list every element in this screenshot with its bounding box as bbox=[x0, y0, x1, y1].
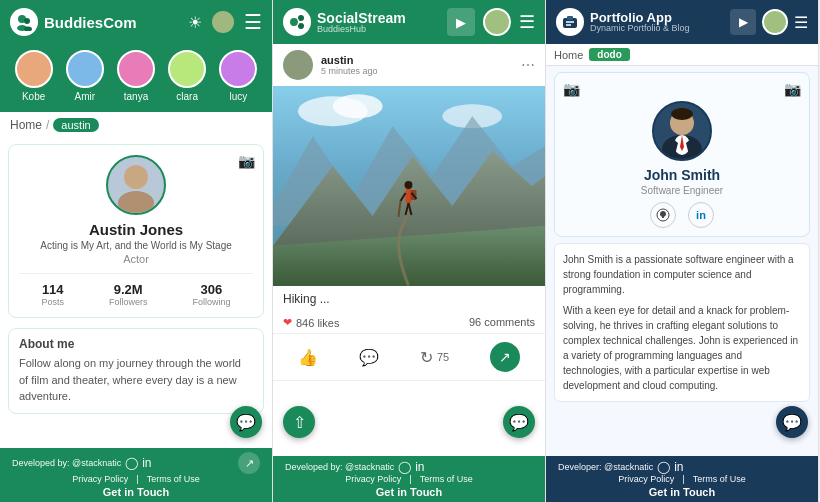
github-icon[interactable]: ◯ bbox=[398, 460, 411, 474]
portfolio-menu-icon[interactable]: ☰ bbox=[794, 13, 808, 32]
socialstream-header-right: ▶ ☰ bbox=[447, 8, 535, 36]
profile-avatar-svg bbox=[108, 157, 164, 213]
retweet-action[interactable]: ↻ 75 bbox=[420, 342, 449, 372]
footer-links: Privacy Policy | Terms of Use bbox=[8, 474, 264, 484]
portfolio-logo[interactable]: Portfolio App Dynamic Portfolio & Blog bbox=[556, 8, 690, 36]
breadcrumb: Home / austin bbox=[0, 112, 272, 138]
svg-point-13 bbox=[333, 94, 383, 118]
post-author-name: austin bbox=[321, 54, 513, 66]
avatar-lucy bbox=[219, 50, 257, 88]
linkedin-icon[interactable]: in bbox=[142, 456, 151, 470]
socialstream-logo-icon bbox=[283, 8, 311, 36]
avatar-item-lucy[interactable]: lucy bbox=[219, 50, 257, 102]
scroll-up-button[interactable]: ⇧ bbox=[283, 406, 315, 438]
github-icon[interactable]: ◯ bbox=[125, 456, 138, 470]
stat-following-label: Following bbox=[192, 297, 230, 307]
github-icon[interactable]: ◯ bbox=[657, 460, 670, 474]
avatar-name-clara: clara bbox=[176, 91, 198, 102]
footer-row: Developed by: @stacknatic ◯ in bbox=[281, 460, 537, 474]
svg-point-6 bbox=[290, 18, 298, 26]
stat-posts: 114 Posts bbox=[41, 282, 64, 307]
comment-action[interactable]: 💬 bbox=[359, 342, 379, 372]
svg-rect-27 bbox=[567, 16, 573, 20]
portfolio-name: John Smith bbox=[563, 167, 801, 183]
terms-link[interactable]: Terms of Use bbox=[147, 474, 200, 484]
avatar-name-tanya: tanya bbox=[124, 91, 148, 102]
nav-tag[interactable]: dodo bbox=[589, 48, 629, 61]
stream-menu-icon[interactable]: ☰ bbox=[519, 11, 535, 33]
chat-bubble-button[interactable]: 💬 bbox=[776, 406, 808, 438]
post-author-avatar[interactable] bbox=[283, 50, 313, 80]
john-smith-avatar bbox=[654, 103, 710, 159]
post-actions: 👍 💬 ↻ 75 ↗ bbox=[273, 334, 545, 381]
stat-following: 306 Following bbox=[192, 282, 230, 307]
about-section: About me Follow along on my journey thro… bbox=[8, 328, 264, 414]
linkedin-icon[interactable]: in bbox=[415, 460, 424, 474]
breadcrumb-separator: / bbox=[46, 118, 49, 132]
buddiescom-header-icons: ☀ ☰ bbox=[188, 10, 262, 34]
like-action[interactable]: 👍 bbox=[298, 342, 318, 372]
nav-home[interactable]: Home bbox=[554, 49, 583, 61]
github-social-icon[interactable] bbox=[650, 202, 676, 228]
socialstream-title: SocialStream bbox=[317, 11, 406, 25]
avatar-item-tanya[interactable]: tanya bbox=[117, 50, 155, 102]
post-options-icon[interactable]: ⋯ bbox=[521, 57, 535, 73]
privacy-link[interactable]: Privacy Policy bbox=[72, 474, 128, 484]
chat-bubble-button[interactable]: 💬 bbox=[503, 406, 535, 438]
menu-icon[interactable]: ☰ bbox=[244, 10, 262, 34]
settings-icon[interactable]: ☀ bbox=[188, 13, 202, 32]
footer-row: Developer: @stacknatic ◯ in bbox=[554, 460, 810, 474]
breadcrumb-home[interactable]: Home bbox=[10, 118, 42, 132]
footer-cta[interactable]: Get in Touch bbox=[554, 486, 810, 498]
stream-header-avatar[interactable] bbox=[483, 8, 511, 36]
panel-portfolio: Portfolio App Dynamic Portfolio & Blog ▶… bbox=[546, 0, 819, 502]
camera-icon[interactable]: 📷 bbox=[784, 81, 801, 97]
portfolio-job-title: Software Engineer bbox=[563, 185, 801, 196]
svg-point-4 bbox=[124, 165, 148, 189]
terms-link[interactable]: Terms of Use bbox=[420, 474, 473, 484]
chat-bubble-button[interactable]: 💬 bbox=[230, 406, 262, 438]
avatar-item-clara[interactable]: clara bbox=[168, 50, 206, 102]
bio-paragraph-2: With a keen eye for detail and a knack f… bbox=[563, 303, 801, 393]
comments-count: 96 comments bbox=[469, 316, 535, 329]
portfolio-header: Portfolio App Dynamic Portfolio & Blog ▶… bbox=[546, 0, 818, 44]
avatar-name-kobe: Kobe bbox=[22, 91, 45, 102]
avatar-name-lucy: lucy bbox=[229, 91, 247, 102]
portfolio-header-btn[interactable]: ▶ bbox=[730, 9, 756, 35]
terms-link[interactable]: Terms of Use bbox=[693, 474, 746, 484]
buddiescom-header: BuddiesCom ☀ ☰ bbox=[0, 0, 272, 44]
svg-point-7 bbox=[298, 15, 304, 21]
stream-header-btn[interactable]: ▶ bbox=[447, 8, 475, 36]
thumbs-up-icon: 👍 bbox=[298, 348, 318, 367]
portfolio-profile-card: 📷 📷 John bbox=[554, 72, 810, 237]
portfolio-header-avatar[interactable] bbox=[762, 9, 788, 35]
post-engagement: ❤ 846 likes 96 comments bbox=[273, 312, 545, 334]
share-green-icon[interactable]: ↗ bbox=[490, 342, 520, 372]
svg-point-1 bbox=[24, 18, 30, 24]
heart-icon: ❤ bbox=[283, 316, 292, 329]
buddiescom-logo-icon bbox=[10, 8, 38, 36]
footer-cta[interactable]: Get in Touch bbox=[8, 486, 264, 498]
user-avatar-icon[interactable] bbox=[212, 11, 234, 33]
profile-photo[interactable] bbox=[106, 155, 166, 215]
footer-dev-label: Developed by: @stacknatic bbox=[285, 462, 394, 472]
camera-icon[interactable]: 📷 bbox=[238, 153, 255, 169]
avatar-amir bbox=[66, 50, 104, 88]
portfolio-photo-wrap bbox=[563, 101, 801, 161]
linkedin-social-icon[interactable]: in bbox=[688, 202, 714, 228]
avatar-item-amir[interactable]: Amir bbox=[66, 50, 104, 102]
avatar-clara bbox=[168, 50, 206, 88]
post-info: austin 5 minutes ago bbox=[321, 54, 513, 76]
avatar-item-kobe[interactable]: Kobe bbox=[15, 50, 53, 102]
portfolio-profile-photo[interactable] bbox=[652, 101, 712, 161]
share-icon[interactable]: ↗ bbox=[238, 452, 260, 474]
socialstream-logo[interactable]: SocialStream BuddiesHub bbox=[283, 8, 406, 36]
share-action[interactable]: ↗ bbox=[490, 342, 520, 372]
privacy-link[interactable]: Privacy Policy bbox=[345, 474, 401, 484]
linkedin-icon[interactable]: in bbox=[674, 460, 683, 474]
privacy-link[interactable]: Privacy Policy bbox=[618, 474, 674, 484]
panel-buddiescom: BuddiesCom ☀ ☰ Kobe Amir tanya clara luc… bbox=[0, 0, 273, 502]
footer-dev-area: Developed by: @stacknatic ◯ in bbox=[285, 460, 425, 474]
footer-cta[interactable]: Get in Touch bbox=[281, 486, 537, 498]
buddiescom-logo[interactable]: BuddiesCom bbox=[10, 8, 137, 36]
